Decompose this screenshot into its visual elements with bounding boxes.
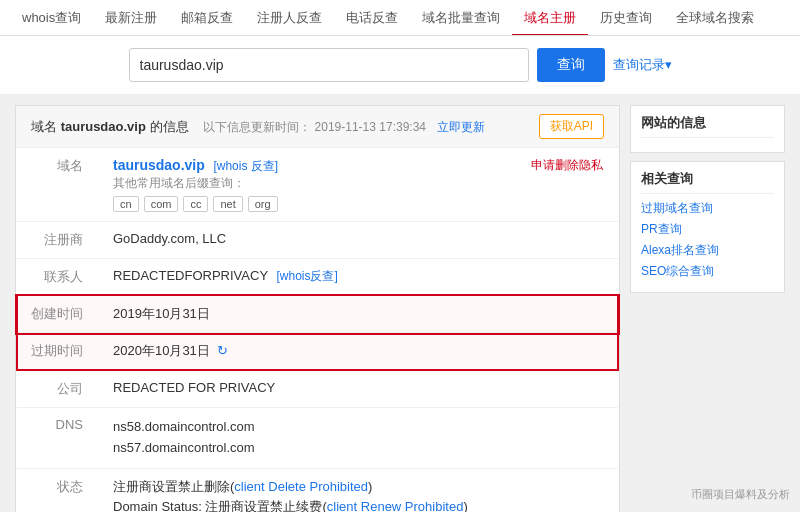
update-time-prefix: 以下信息更新时间： — [203, 120, 311, 134]
value-status: 注册商设置禁止删除(client Delete Prohibited) Doma… — [98, 468, 618, 512]
domain-whois-link[interactable]: [whois 反查] — [213, 159, 278, 173]
contact-whois-link[interactable]: [whois反查] — [276, 269, 337, 283]
domain-header-prefix: 域名 — [31, 119, 57, 134]
label-dns: DNS — [17, 408, 98, 469]
contact-redacted: REDACTEDFORPRIVACY — [113, 268, 268, 283]
dns-1: ns58.domaincontrol.com — [113, 417, 603, 438]
status-1: 注册商设置禁止删除(client Delete Prohibited) — [113, 478, 603, 496]
top-nav: whois查询 最新注册 邮箱反查 注册人反查 电话反查 域名批量查询 域名主册… — [0, 0, 800, 36]
suffix-com[interactable]: com — [144, 196, 179, 212]
search-button[interactable]: 查询 — [537, 48, 605, 82]
nav-phone-lookup[interactable]: 电话反查 — [334, 0, 410, 36]
table-row-status: 状态 注册商设置禁止删除(client Delete Prohibited) D… — [17, 468, 618, 512]
info-table: 域名 taurusdao.vip [whois 反查] 申请删除隐私 其他常用域… — [16, 148, 619, 512]
domain-header-domain: taurusdao.vip — [61, 119, 146, 134]
value-registrar: GoDaddy.com, LLC — [98, 222, 618, 259]
update-now-link[interactable]: 立即更新 — [437, 120, 485, 134]
related-title: 相关查询 — [641, 170, 774, 194]
nav-whois[interactable]: whois查询 — [10, 0, 93, 36]
value-expiry: 2020年10月31日 ↻ — [98, 333, 618, 371]
site-info-title: 网站的信息 — [641, 114, 774, 138]
domain-header-suffix: 的信息 — [150, 119, 189, 134]
related-link-expired[interactable]: 过期域名查询 — [641, 200, 774, 217]
value-domain: taurusdao.vip [whois 反查] 申请删除隐私 其他常用域名后缀… — [98, 148, 618, 222]
domain-name-main: taurusdao.vip — [113, 157, 205, 173]
suffix-cn[interactable]: cn — [113, 196, 139, 212]
label-created: 创建时间 — [17, 296, 98, 333]
label-domain: 域名 — [17, 148, 98, 222]
value-dns: ns58.domaincontrol.com ns57.domaincontro… — [98, 408, 618, 469]
nav-domain-registrar[interactable]: 域名主册 — [512, 0, 588, 36]
table-row-contact: 联系人 REDACTEDFORPRIVACY [whois反查] — [17, 259, 618, 296]
get-api-button[interactable]: 获取API — [539, 114, 604, 139]
suffix-prefix: 其他常用域名后缀查询： — [113, 176, 245, 190]
nav-registrant-lookup[interactable]: 注册人反查 — [245, 0, 334, 36]
label-registrar: 注册商 — [17, 222, 98, 259]
table-row-expiry: 过期时间 2020年10月31日 ↻ — [17, 333, 618, 371]
site-info-box: 网站的信息 — [630, 105, 785, 153]
suffix-org[interactable]: org — [248, 196, 278, 212]
delete-privacy-link[interactable]: 申请删除隐私 — [531, 157, 603, 174]
update-time-value: 2019-11-13 17:39:34 — [315, 120, 426, 134]
domain-header-title: 域名 taurusdao.vip 的信息 以下信息更新时间： 2019-11-1… — [31, 118, 485, 136]
search-bar: 查询 查询记录▾ — [0, 36, 800, 95]
nav-history[interactable]: 历史查询 — [588, 0, 664, 36]
dns-2: ns57.domaincontrol.com — [113, 438, 603, 459]
suffix-cc[interactable]: cc — [183, 196, 208, 212]
left-panel: 域名 taurusdao.vip 的信息 以下信息更新时间： 2019-11-1… — [15, 105, 620, 512]
right-panel: 网站的信息 相关查询 过期域名查询 PR查询 Alexa排名查询 SEO综合查询 — [630, 105, 785, 512]
nav-batch-query[interactable]: 域名批量查询 — [410, 0, 512, 36]
label-contact: 联系人 — [17, 259, 98, 296]
label-company: 公司 — [17, 370, 98, 408]
value-contact: REDACTEDFORPRIVACY [whois反查] — [98, 259, 618, 296]
related-link-alexa[interactable]: Alexa排名查询 — [641, 242, 774, 259]
status-2: Domain Status: 注册商设置禁止续费(client Renew Pr… — [113, 498, 603, 512]
suffix-tags: cn com cc net org — [113, 196, 603, 212]
related-link-pr[interactable]: PR查询 — [641, 221, 774, 238]
suffix-net[interactable]: net — [213, 196, 242, 212]
main-content: 域名 taurusdao.vip 的信息 以下信息更新时间： 2019-11-1… — [0, 95, 800, 512]
table-row-company: 公司 REDACTED FOR PRIVACY — [17, 370, 618, 408]
table-row-domain: 域名 taurusdao.vip [whois 反查] 申请删除隐私 其他常用域… — [17, 148, 618, 222]
refresh-icon[interactable]: ↻ — [217, 343, 228, 358]
label-expiry: 过期时间 — [17, 333, 98, 371]
value-created: 2019年10月31日 — [98, 296, 618, 333]
related-link-seo[interactable]: SEO综合查询 — [641, 263, 774, 280]
expiry-date: 2020年10月31日 — [113, 343, 210, 358]
search-input[interactable] — [129, 48, 529, 82]
nav-email-lookup[interactable]: 邮箱反查 — [169, 0, 245, 36]
table-row-registrar: 注册商 GoDaddy.com, LLC — [17, 222, 618, 259]
search-history-link[interactable]: 查询记录▾ — [613, 56, 672, 74]
related-queries-box: 相关查询 过期域名查询 PR查询 Alexa排名查询 SEO综合查询 — [630, 161, 785, 293]
nav-latest-reg[interactable]: 最新注册 — [93, 0, 169, 36]
table-row-created: 创建时间 2019年10月31日 — [17, 296, 618, 333]
status-2-link[interactable]: client Renew Prohibited — [327, 499, 464, 512]
value-company: REDACTED FOR PRIVACY — [98, 370, 618, 408]
nav-global-search[interactable]: 全球域名搜索 — [664, 0, 766, 36]
table-row-dns: DNS ns58.domaincontrol.com ns57.domainco… — [17, 408, 618, 469]
domain-header: 域名 taurusdao.vip 的信息 以下信息更新时间： 2019-11-1… — [16, 106, 619, 148]
status-1-link[interactable]: client Delete Prohibited — [234, 479, 368, 494]
label-status: 状态 — [17, 468, 98, 512]
